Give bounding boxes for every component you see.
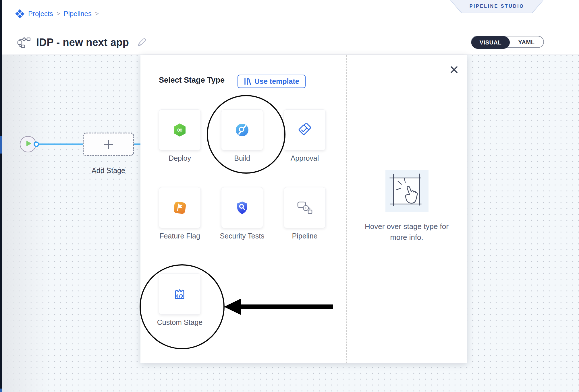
left-nav-rail: [0, 0, 2, 392]
stage-card-label: Feature Flag: [154, 231, 206, 241]
panel-divider: [346, 55, 347, 363]
play-icon: [26, 141, 31, 146]
use-template-label: Use template: [254, 77, 299, 86]
breadcrumb-separator: >: [95, 10, 99, 18]
hover-click-hand-icon: [385, 170, 429, 212]
rail-bottom-indicator: [0, 389, 2, 392]
breadcrumb-pipelines[interactable]: Pipelines: [64, 10, 92, 18]
pipeline-chain-icon: [297, 201, 313, 215]
stage-card-label: Pipeline: [279, 231, 331, 241]
close-icon[interactable]: [449, 65, 459, 75]
pipeline-flowchart-icon: [17, 37, 30, 48]
header-bottom-divider: [2, 55, 579, 55]
breadcrumb-projects[interactable]: Projects: [28, 10, 53, 18]
stage-card-security-tests[interactable]: [221, 187, 263, 228]
approval-check-icon: [298, 123, 312, 137]
title-row: IDP - new next app: [17, 34, 146, 51]
deploy-cd-icon: ∞: [173, 123, 186, 137]
breadcrumb-separator: >: [57, 10, 60, 18]
annotation-arrow-shaft: [240, 304, 333, 309]
canvas-left-shade: [2, 55, 51, 392]
info-hint-text: Hover over stage type for more info.: [359, 221, 454, 243]
add-stage-label: Add Stage: [83, 166, 134, 175]
breadcrumb: Projects > Pipelines >: [15, 7, 99, 20]
pipeline-studio-badge: PIPELINE STUDIO: [450, 0, 544, 13]
toggle-visual-button[interactable]: VISUAL: [471, 36, 510, 49]
annotation-arrow-head-icon: [224, 299, 241, 315]
connector-line: [37, 143, 85, 145]
connector-line: [134, 143, 141, 145]
header-divider: [2, 27, 579, 27]
header: Projects > Pipelines > PIPELINE STUDIO: [0, 0, 579, 55]
harness-logo-icon: [15, 9, 25, 19]
annotation-circle-build: [207, 95, 285, 174]
stage-card-feature-flag[interactable]: [159, 187, 201, 228]
pencil-icon[interactable]: [137, 38, 146, 47]
stage-card-approval[interactable]: [284, 109, 326, 150]
add-stage-button[interactable]: [83, 133, 134, 156]
connector-port-icon[interactable]: [34, 141, 39, 147]
stage-card-label: Deploy: [154, 153, 206, 163]
plus-icon: [103, 139, 114, 150]
toggle-yaml-button[interactable]: YAML: [509, 36, 543, 48]
page-title: IDP - new next app: [36, 36, 129, 48]
stage-card-label: Approval: [279, 153, 331, 163]
stage-card-label: Security Tests: [216, 231, 268, 241]
stage-card-pipeline[interactable]: [284, 187, 326, 228]
view-toggle: VISUAL YAML: [471, 36, 544, 48]
modal-title: Select Stage Type: [159, 76, 225, 85]
pipeline-studio-page: Projects > Pipelines > PIPELINE STUDIO: [0, 0, 579, 392]
svg-text:∞: ∞: [177, 125, 183, 134]
use-template-button[interactable]: Use template: [238, 75, 306, 88]
rail-active-indicator: [0, 136, 2, 154]
feature-flag-icon: [173, 201, 187, 215]
security-shield-icon: [236, 201, 248, 214]
pipeline-studio-badge-label: PIPELINE STUDIO: [451, 0, 543, 13]
stage-card-deploy[interactable]: ∞: [159, 109, 201, 150]
annotation-circle-custom-stage: [140, 264, 225, 349]
template-library-icon: [244, 77, 251, 85]
